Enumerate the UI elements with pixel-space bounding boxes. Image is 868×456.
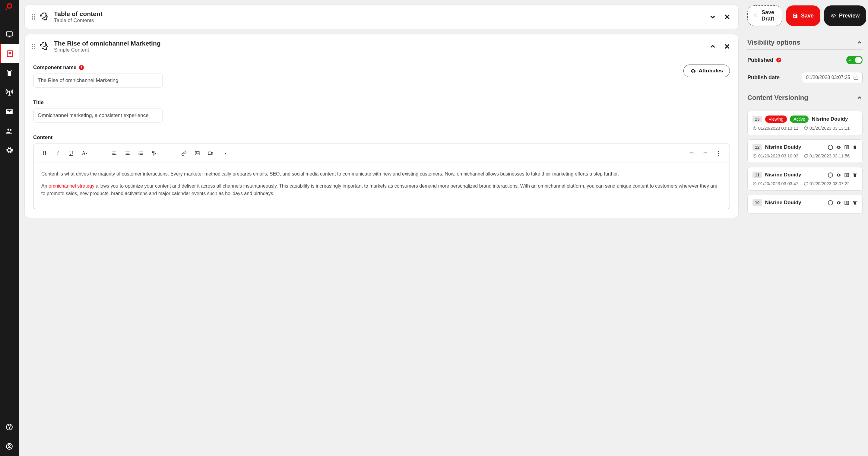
trash-icon[interactable] (852, 200, 858, 205)
chevron-up-icon[interactable] (857, 95, 863, 101)
sidebar-item-dashboard[interactable] (0, 25, 19, 44)
svg-point-12 (10, 129, 11, 130)
svg-rect-41 (845, 173, 846, 176)
sidebar-item-settings[interactable] (0, 141, 19, 160)
component-name-label: Component name ? (33, 64, 163, 70)
clock-icon (752, 126, 757, 130)
select-icon[interactable] (828, 145, 833, 150)
svg-rect-39 (847, 145, 849, 149)
insert-button[interactable]: +▾ (218, 148, 229, 158)
align-left-button[interactable] (108, 148, 120, 158)
block-subtitle: Simple Content (54, 47, 705, 53)
calendar-icon (853, 75, 859, 80)
published-label: Published ? (747, 57, 781, 63)
close-icon[interactable] (723, 13, 731, 21)
right-panel: Save Draft Save Preview Visibility optio… (744, 0, 868, 456)
viewing-badge: Viewing (765, 116, 787, 123)
sidebar-item-content[interactable] (0, 44, 19, 63)
version-card[interactable]: 11 Nisrine Douidy 01/20/2023 03:03:47 01… (747, 167, 863, 191)
active-badge: Active (790, 116, 809, 123)
editor-body[interactable]: Content is what drives the majority of c… (33, 163, 730, 209)
select-icon[interactable] (828, 200, 833, 205)
video-button[interactable] (205, 148, 216, 158)
redo-button[interactable] (700, 148, 711, 158)
svg-point-14 (9, 428, 10, 429)
visibility-section: Visibility options Published ? ✓ Publish… (747, 39, 863, 83)
drag-handle-icon[interactable] (32, 44, 35, 49)
align-center-button[interactable] (122, 148, 133, 158)
gear-icon (690, 68, 696, 73)
title-label: Title (33, 99, 730, 105)
version-card[interactable]: 10 Nisrine Douidy (747, 195, 863, 214)
help-icon[interactable]: ? (79, 65, 84, 70)
link-button[interactable] (178, 148, 190, 158)
sidebar-item-broadcast[interactable] (0, 83, 19, 102)
more-button[interactable]: ⋮ (713, 148, 724, 158)
version-card[interactable]: 13 Viewing Active Nisrine Douidy 01/20/2… (747, 111, 863, 135)
title-input[interactable] (33, 109, 163, 122)
editor-toolbar: B i U A▾ ¶▾ (33, 144, 730, 163)
chevron-up-icon[interactable] (857, 39, 863, 45)
versioning-heading: Content Versioning (747, 94, 808, 102)
fontcase-button[interactable]: A▾ (79, 148, 90, 158)
undo-button[interactable] (686, 148, 698, 158)
eye-icon[interactable] (836, 145, 841, 150)
sidebar-item-account[interactable] (0, 437, 19, 456)
svg-point-28 (139, 154, 140, 155)
rich-editor: B i U A▾ ¶▾ (33, 144, 730, 209)
compare-icon[interactable] (844, 200, 849, 205)
puzzle-icon (39, 12, 50, 22)
underline-button[interactable]: U (65, 148, 77, 158)
block-rise: The Rise of omnichannel Marketing Simple… (25, 34, 738, 218)
image-button[interactable] (191, 148, 203, 158)
svg-point-16 (8, 445, 10, 447)
component-name-input[interactable] (33, 73, 163, 88)
eye-icon (831, 13, 836, 19)
svg-rect-45 (847, 201, 849, 204)
content-label: Content (33, 134, 730, 141)
sidebar-item-commerce[interactable] (0, 63, 19, 83)
svg-point-0 (7, 4, 12, 8)
svg-point-11 (7, 128, 10, 130)
version-card[interactable]: 12 Nisrine Douidy 01/20/2023 03:10:03 01… (747, 139, 863, 163)
block-title: Table of content (54, 10, 705, 18)
content-link[interactable]: omnichannel strategy (49, 183, 94, 188)
bold-button[interactable]: B (39, 148, 50, 158)
svg-point-26 (139, 152, 140, 152)
trash-icon[interactable] (852, 173, 858, 178)
sidebar-item-users[interactable] (0, 121, 19, 141)
block-title: The Rise of omnichannel Marketing (54, 40, 705, 47)
list-button[interactable] (135, 148, 147, 158)
compare-icon[interactable] (844, 173, 849, 178)
chevron-down-icon[interactable] (709, 13, 717, 21)
trash-icon[interactable] (852, 145, 858, 150)
paragraph-button[interactable]: ¶▾ (148, 148, 160, 158)
file-icon (754, 13, 757, 19)
content-para-2: An omnichannel strategy allows you to op… (41, 182, 722, 197)
block-toc: Table of content Table of Contents (25, 5, 738, 29)
svg-rect-42 (847, 173, 849, 176)
eye-icon[interactable] (836, 173, 841, 178)
drag-handle-icon[interactable] (32, 14, 35, 20)
version-number: 13 (752, 116, 762, 122)
attributes-button[interactable]: Attributes (683, 64, 730, 77)
version-number: 11 (752, 172, 762, 178)
compare-icon[interactable] (844, 145, 849, 150)
version-user: Nisrine Douidy (765, 172, 801, 178)
svg-rect-2 (6, 32, 12, 36)
sidebar-item-mail[interactable] (0, 102, 19, 121)
save-draft-button[interactable]: Save Draft (747, 5, 782, 26)
published-toggle[interactable]: ✓ (846, 56, 863, 64)
publish-date-label: Publish date (747, 74, 780, 81)
close-icon[interactable] (723, 42, 731, 50)
publish-date-input[interactable]: 01/20/2023 03:07:25 (802, 72, 863, 83)
help-icon[interactable]: ? (776, 58, 781, 62)
select-icon[interactable] (828, 173, 833, 178)
sidebar-item-help[interactable] (0, 417, 19, 437)
preview-button[interactable]: Preview (824, 5, 866, 26)
save-button[interactable]: Save (786, 5, 820, 26)
chevron-up-icon[interactable] (709, 42, 717, 50)
eye-icon[interactable] (836, 200, 841, 205)
clock-icon (752, 182, 757, 186)
italic-button[interactable]: i (52, 148, 64, 158)
